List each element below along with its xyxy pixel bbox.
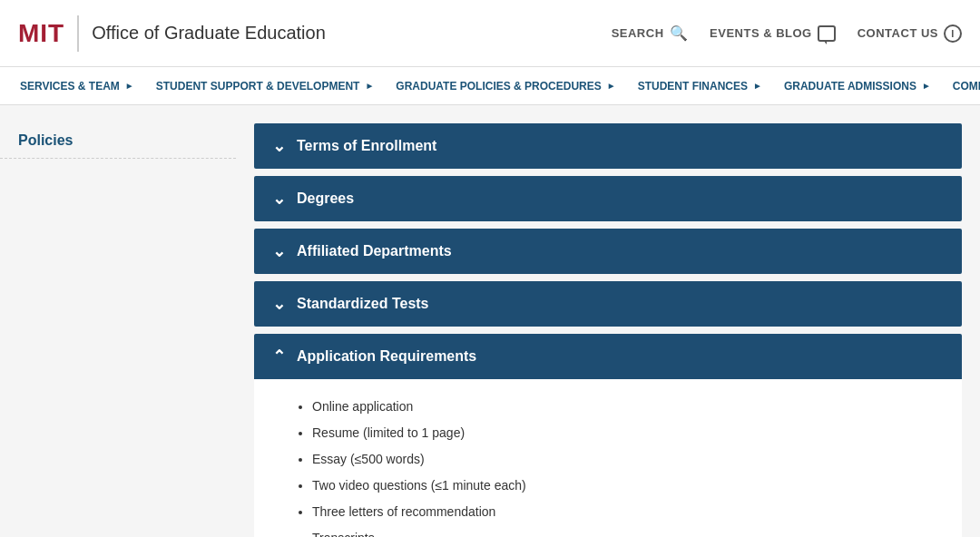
- list-item: Essay (≤500 words): [312, 446, 940, 473]
- list-item: Transcripts: [312, 525, 940, 537]
- mit-logo[interactable]: MIT Office of Graduate Education: [18, 15, 326, 52]
- sidebar: Policies: [0, 105, 236, 537]
- search-label: SEARCH: [612, 26, 664, 40]
- info-icon: i: [944, 24, 962, 43]
- header-divider: [77, 15, 79, 52]
- accordion-degrees-label: Degrees: [297, 190, 354, 207]
- search-icon: 🔍: [670, 24, 689, 42]
- accordion-enrollment-header[interactable]: ⌄ Terms of Enrollment: [254, 123, 962, 169]
- nav-grad-policies-arrow: ►: [607, 81, 616, 91]
- main-content: ⌄ Terms of Enrollment ⌄ Degrees ⌄ Affili…: [236, 105, 980, 537]
- accordion-departments-header[interactable]: ⌄ Affiliated Departments: [254, 229, 962, 274]
- nav-grad-admissions-arrow: ►: [922, 81, 931, 91]
- sidebar-item-policies[interactable]: Policies: [0, 123, 236, 159]
- list-item: Two video questions (≤1 minute each): [312, 473, 940, 499]
- accordion-tests: ⌄ Standardized Tests: [254, 281, 962, 327]
- accordion-tests-label: Standardized Tests: [297, 296, 429, 312]
- accordion-departments: ⌄ Affiliated Departments: [254, 229, 962, 274]
- nav-grad-policies[interactable]: GRADUATE POLICIES & PROCEDURES ►: [385, 67, 626, 105]
- events-label: EVENTS & BLOG: [710, 26, 812, 40]
- nav-services-arrow: ►: [125, 81, 134, 91]
- chevron-down-icon: ⌄: [272, 136, 286, 156]
- nav-student-finances[interactable]: STUDENT FINANCES ►: [627, 67, 773, 105]
- office-title: Office of Graduate Education: [92, 23, 326, 44]
- nav-services-label: SERVICES & TEAM: [20, 80, 120, 93]
- contact-link[interactable]: CONTACT US i: [858, 24, 962, 43]
- accordion-requirements-label: Application Requirements: [297, 348, 476, 365]
- accordion-degrees: ⌄ Degrees: [254, 176, 962, 221]
- chevron-down-icon: ⌄: [272, 241, 286, 261]
- accordion-degrees-header[interactable]: ⌄ Degrees: [254, 176, 962, 221]
- nav-grad-policies-label: GRADUATE POLICIES & PROCEDURES: [396, 80, 601, 93]
- list-item: Online application: [312, 394, 940, 420]
- sidebar-item-policies-label: Policies: [18, 132, 73, 148]
- search-link[interactable]: SEARCH 🔍: [612, 24, 688, 42]
- nav-student-support[interactable]: STUDENT SUPPORT & DEVELOPMENT ►: [145, 67, 386, 105]
- nav-services[interactable]: SERVICES & TEAM ►: [9, 67, 145, 105]
- nav-grad-admissions[interactable]: GRADUATE ADMISSIONS ►: [773, 67, 942, 105]
- accordion-requirements-header[interactable]: ⌃ Application Requirements: [254, 334, 962, 379]
- mit-wordmark: MIT: [18, 19, 64, 48]
- accordion-enrollment-label: Terms of Enrollment: [297, 138, 436, 154]
- list-item: Resume (limited to 1 page): [312, 420, 940, 446]
- nav-grad-admissions-label: GRADUATE ADMISSIONS: [784, 80, 916, 93]
- chat-icon: [818, 25, 836, 42]
- requirements-list: Online application Resume (limited to 1 …: [294, 394, 940, 537]
- nav-student-support-label: STUDENT SUPPORT & DEVELOPMENT: [156, 80, 360, 93]
- accordion-departments-label: Affiliated Departments: [297, 243, 452, 259]
- nav-student-finances-arrow: ►: [753, 81, 762, 91]
- contact-label: CONTACT US: [858, 26, 938, 40]
- accordion-enrollment: ⌄ Terms of Enrollment: [254, 123, 962, 169]
- events-link[interactable]: EVENTS & BLOG: [710, 25, 836, 42]
- header-right: SEARCH 🔍 EVENTS & BLOG CONTACT US i: [612, 24, 962, 43]
- nav-student-finances-label: STUDENT FINANCES: [638, 80, 748, 93]
- chevron-up-icon: ⌃: [272, 347, 286, 366]
- chevron-down-icon: ⌄: [272, 189, 286, 209]
- accordion-requirements: ⌃ Application Requirements Online applic…: [254, 334, 962, 537]
- page-layout: Policies ⌄ Terms of Enrollment ⌄ Degrees…: [0, 105, 980, 537]
- main-nav: SERVICES & TEAM ► STUDENT SUPPORT & DEVE…: [0, 67, 980, 105]
- nav-community-label: COMMUNITY & DIVERSITY: [953, 80, 980, 93]
- header: MIT Office of Graduate Education SEARCH …: [0, 0, 980, 67]
- list-item: Three letters of recommendation: [312, 499, 940, 525]
- nav-student-support-arrow: ►: [365, 81, 374, 91]
- accordion-tests-header[interactable]: ⌄ Standardized Tests: [254, 281, 962, 327]
- nav-community[interactable]: COMMUNITY & DIVERSITY ►: [942, 67, 980, 105]
- accordion-requirements-content: Online application Resume (limited to 1 …: [254, 379, 962, 537]
- header-left: MIT Office of Graduate Education: [18, 15, 326, 52]
- chevron-down-icon: ⌄: [272, 294, 286, 314]
